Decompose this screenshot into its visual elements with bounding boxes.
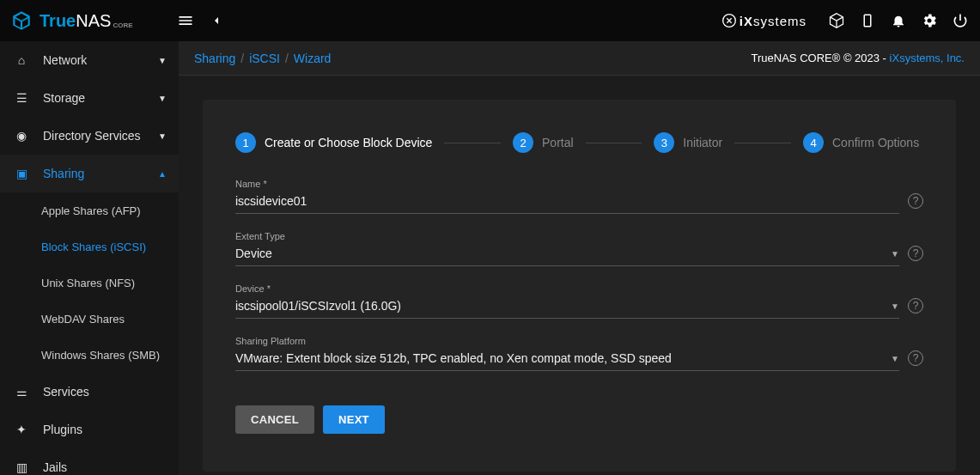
chevron-down-icon: ▼ — [891, 354, 899, 363]
sidebar-item-services[interactable]: ⚌Services — [0, 373, 179, 411]
folder-icon: ▣ — [12, 167, 31, 180]
sidebar-item-storage[interactable]: ☰Storage▼ — [0, 79, 179, 117]
jail-icon: ▥ — [12, 460, 31, 474]
sidebar-item-jails[interactable]: ▥Jails — [0, 448, 179, 475]
next-button[interactable]: NEXT — [323, 405, 385, 434]
field-extent-type: Extent Type Device▼ ? — [235, 231, 923, 266]
step-4[interactable]: 4Confirm Options — [803, 132, 923, 153]
chevron-down-icon: ▼ — [158, 94, 167, 103]
help-icon[interactable]: ? — [908, 193, 923, 209]
sidebar-item-network[interactable]: ⌂Network▼ — [0, 41, 179, 79]
chevron-up-icon: ▲ — [158, 169, 167, 179]
breadcrumb: Sharing/ iSCSI/ Wizard TrueNAS CORE® © 2… — [179, 41, 980, 76]
help-icon[interactable]: ? — [908, 246, 923, 261]
chevron-down-icon: ▼ — [891, 249, 899, 259]
sidebar-sub-smb[interactable]: Windows Shares (SMB) — [0, 337, 179, 373]
copyright: TrueNAS CORE® © 2023 - iXsystems, Inc. — [752, 52, 965, 64]
stepper: 1Create or Choose Block Device 2Portal 3… — [235, 132, 923, 153]
chevron-down-icon: ▼ — [158, 56, 167, 65]
ixsystems-link[interactable]: iXsystems, Inc. — [890, 52, 965, 64]
cancel-button[interactable]: CANCEL — [235, 405, 314, 434]
logo[interactable]: TrueNASCORE — [10, 9, 133, 32]
cube-icon — [10, 9, 33, 32]
clipboard-icon[interactable] — [858, 11, 877, 30]
power-icon[interactable] — [951, 11, 970, 30]
help-icon[interactable]: ? — [908, 350, 923, 366]
puzzle-icon: ✦ — [12, 423, 31, 436]
name-input[interactable] — [235, 194, 899, 208]
crumb-sharing[interactable]: Sharing — [194, 52, 235, 65]
sliders-icon: ⚌ — [12, 385, 31, 399]
menu-icon[interactable] — [176, 11, 195, 30]
storage-icon: ☰ — [12, 91, 31, 105]
sidebar-sub-webdav[interactable]: WebDAV Shares — [0, 301, 179, 337]
sidebar-item-directory[interactable]: ◉Directory Services▼ — [0, 117, 179, 155]
chevron-down-icon: ▼ — [158, 131, 167, 141]
field-name: Name * ? — [235, 179, 923, 214]
field-device: Device * iscsipool01/iSCSIzvol1 (16.0G)▼… — [235, 283, 923, 319]
step-1[interactable]: 1Create or Choose Block Device — [235, 132, 432, 153]
ix-icon — [722, 14, 736, 27]
device-select[interactable]: iscsipool01/iSCSIzvol1 (16.0G)▼ — [235, 295, 899, 319]
cube-outline-icon[interactable] — [827, 11, 846, 30]
sidebar: ⌂Network▼ ☰Storage▼ ◉Directory Services▼… — [0, 41, 179, 475]
sidebar-sub-nfs[interactable]: Unix Shares (NFS) — [0, 265, 179, 301]
extent-type-select[interactable]: Device▼ — [235, 243, 899, 266]
topbar: TrueNASCORE iXsystems — [0, 0, 980, 41]
directory-icon: ◉ — [12, 129, 31, 143]
bell-icon[interactable] — [889, 11, 908, 30]
network-icon: ⌂ — [12, 53, 31, 67]
ixsystems-logo[interactable]: iXsystems — [722, 14, 807, 28]
field-sharing-platform: Sharing Platform VMware: Extent block si… — [235, 336, 923, 371]
back-icon[interactable] — [207, 11, 226, 30]
crumb-wizard[interactable]: Wizard — [294, 52, 332, 65]
sidebar-sub-afp[interactable]: Apple Shares (AFP) — [0, 192, 179, 228]
sidebar-sub-iscsi[interactable]: Block Shares (iSCSI) — [0, 228, 179, 265]
sidebar-item-sharing[interactable]: ▣Sharing▲ — [0, 155, 179, 192]
crumb-iscsi[interactable]: iSCSI — [249, 52, 280, 65]
gear-icon[interactable] — [920, 11, 939, 30]
step-3[interactable]: 3Initiator — [654, 132, 722, 153]
platform-select[interactable]: VMware: Extent block size 512b, TPC enab… — [235, 348, 899, 371]
help-icon[interactable]: ? — [908, 298, 923, 314]
sidebar-item-plugins[interactable]: ✦Plugins — [0, 411, 179, 448]
wizard-card: 1Create or Choose Block Device 2Portal 3… — [203, 100, 956, 472]
step-2[interactable]: 2Portal — [513, 132, 574, 153]
chevron-down-icon: ▼ — [891, 301, 899, 311]
